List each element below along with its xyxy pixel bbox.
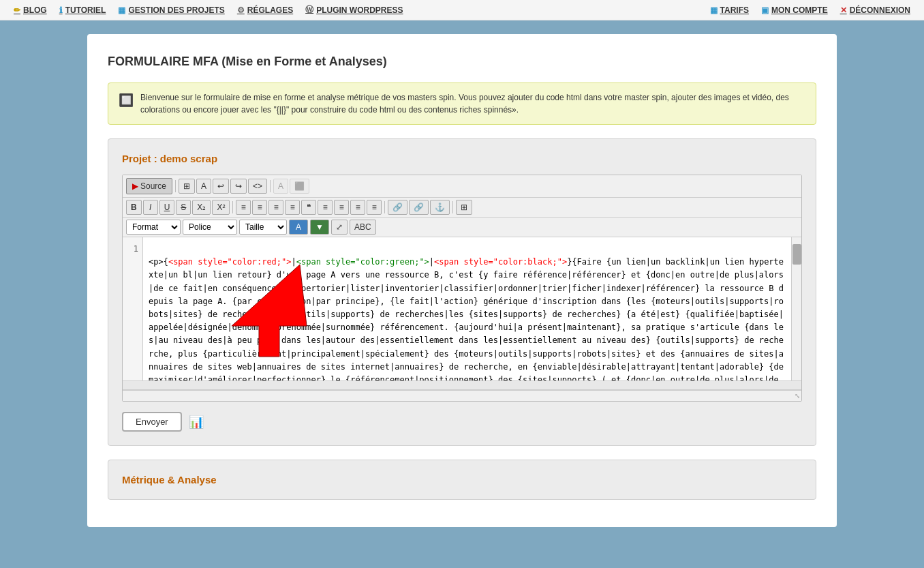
list-ordered-button[interactable]: ≡: [252, 200, 267, 215]
search-replace-button[interactable]: ⊞: [179, 179, 195, 194]
nav-reglages[interactable]: ⚙ RÉGLAGES: [237, 5, 293, 15]
page-title: FORMULAIRE MFA (Mise en Forme et Analyse…: [108, 55, 816, 69]
toolbar-row1: ▶ Source ⊞ A ↩ ↪ <> A ⬛: [123, 175, 801, 198]
link-button[interactable]: 🔗: [388, 200, 407, 215]
pencil-icon: ✏: [14, 5, 20, 15]
html-button[interactable]: <>: [248, 179, 267, 194]
envoyer-button[interactable]: Envoyer: [122, 412, 182, 432]
nav-gestion[interactable]: ▦ GESTION DES PROJETS: [118, 5, 224, 15]
source-button[interactable]: ▶ Source: [126, 178, 172, 194]
metric-panel: Métrique & Analyse: [108, 460, 816, 500]
tarifs-icon: ▦: [710, 5, 718, 15]
nav-tarifs[interactable]: ▦ TARIFS: [710, 5, 749, 15]
toolbar-row2: B I U S X₂ X² ≡ ≡ ≡ ≡ ❝ ≡ ≡ ≡ ≡ 🔗 🔗 ⚓: [123, 198, 801, 218]
horizontal-scrollbar[interactable]: [123, 380, 801, 390]
gear-icon: ⚙: [237, 5, 245, 15]
toolbar-row3: Format Police Taille A ▼ ⤢ ABC: [123, 218, 801, 237]
color-btn2[interactable]: ▼: [310, 220, 329, 235]
editor-container: ▶ Source ⊞ A ↩ ↪ <> A ⬛ B I U S X₂ X²: [122, 175, 802, 402]
resize-handle-icon[interactable]: ⤡: [795, 392, 800, 400]
strikethrough-button[interactable]: S: [176, 200, 191, 215]
blockquote-button[interactable]: ❝: [301, 200, 316, 215]
vertical-scrollbar[interactable]: [791, 237, 801, 380]
table-icon: ▦: [118, 5, 125, 15]
project-panel: Projet : demo scrap ▶ Source ⊞ A ↩ ↪ <> …: [108, 138, 816, 446]
redo-button[interactable]: ↪: [230, 179, 247, 194]
line-numbers: 1: [123, 237, 143, 380]
submit-area: Envoyer 📊: [122, 412, 802, 432]
table-button[interactable]: ⊞: [456, 200, 472, 215]
separator1: [175, 180, 176, 192]
align-justify-button[interactable]: ≡: [318, 200, 333, 215]
editor-content-area: 1 <p>{<span style="color:red;">|<span st…: [123, 237, 801, 380]
tool-btn-a[interactable]: A: [273, 179, 288, 194]
taille-select[interactable]: Taille: [239, 220, 287, 235]
nav-tutoriel[interactable]: ℹ TUTORIEL: [59, 5, 106, 15]
main-container: FORMULAIRE MFA (Mise en Forme et Analyse…: [87, 34, 837, 527]
wp-icon: Ⓦ: [305, 4, 313, 16]
align-left-button[interactable]: ≡: [268, 200, 283, 215]
metric-title: Métrique & Analyse: [122, 474, 802, 485]
underline-button[interactable]: U: [159, 200, 175, 215]
nav-wordpress[interactable]: Ⓦ PLUGIN WORDPRESS: [305, 4, 403, 16]
superscript-button[interactable]: X²: [212, 200, 230, 215]
source-play-icon: ▶: [132, 181, 138, 191]
info-box: 🔲 Bienvenue sur le formulaire de mise en…: [108, 83, 816, 125]
resize-corner: ⤡: [123, 390, 801, 401]
list-unordered-button[interactable]: ≡: [236, 200, 251, 215]
police-select[interactable]: Police: [183, 220, 237, 235]
bold-button[interactable]: B: [126, 200, 142, 215]
color-btn1[interactable]: A: [289, 220, 308, 235]
indent-button[interactable]: ≡: [334, 200, 349, 215]
undo-button[interactable]: ↩: [213, 179, 229, 194]
info-box-text: Bienvenue sur le formulaire de mise en f…: [140, 91, 805, 116]
unlink-button[interactable]: 🔗: [409, 200, 429, 215]
nav-blog[interactable]: ✏ BLOG: [14, 5, 47, 15]
info-icon: ℹ: [59, 5, 63, 15]
nav-compte[interactable]: ▣ MON COMPTE: [761, 5, 828, 15]
top-navigation: ✏ BLOG ℹ TUTORIEL ▦ GESTION DES PROJETS …: [0, 0, 924, 20]
info-box-icon: 🔲: [119, 91, 134, 110]
align-center-button[interactable]: ≡: [285, 200, 300, 215]
separator2: [270, 180, 271, 192]
subscript-button[interactable]: X₂: [192, 200, 211, 215]
font-size-button[interactable]: A: [196, 179, 211, 194]
project-title: Projet : demo scrap: [122, 153, 802, 164]
close-icon: ✕: [840, 5, 847, 15]
separator5: [452, 201, 453, 213]
separator4: [384, 201, 385, 213]
submit-icon: 📊: [189, 415, 204, 430]
line-number-1: 1: [127, 243, 138, 256]
tool-btn-b[interactable]: ⬛: [290, 179, 309, 194]
spellcheck-button[interactable]: ABC: [350, 220, 376, 235]
separator3: [232, 201, 233, 213]
italic-button[interactable]: I: [143, 200, 158, 215]
outdent-button[interactable]: ≡: [350, 200, 365, 215]
anchor-button[interactable]: ⚓: [430, 200, 450, 215]
fullscreen-button[interactable]: ⤢: [331, 220, 348, 235]
format-select[interactable]: Format: [126, 220, 181, 235]
nav-deconnexion[interactable]: ✕ DÉCONNEXION: [840, 5, 910, 15]
account-icon: ▣: [761, 5, 769, 15]
code-editor[interactable]: <p>{<span style="color:red;">|<span styl…: [143, 237, 791, 380]
align-right-button[interactable]: ≡: [367, 200, 382, 215]
